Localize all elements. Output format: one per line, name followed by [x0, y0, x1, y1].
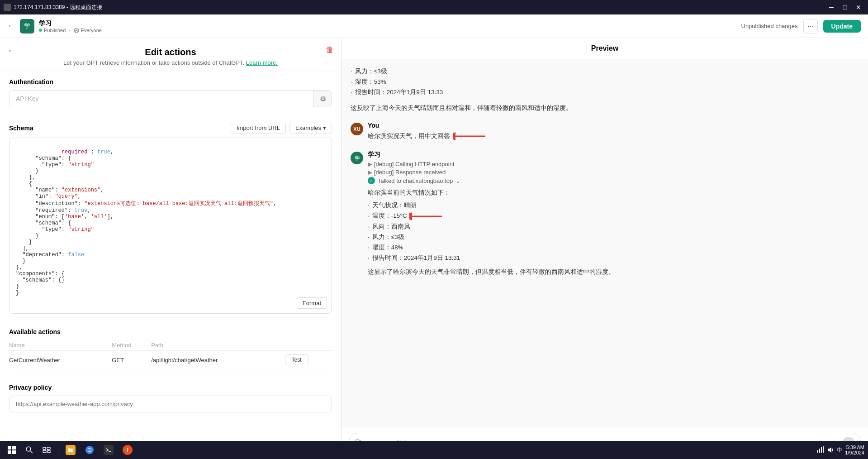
- svg-rect-19: [817, 450, 818, 453]
- red-arrow-icon: [409, 211, 446, 222]
- red-arrow-icon: [453, 131, 489, 142]
- auth-input-row: ⚙: [9, 90, 332, 107]
- gear-button[interactable]: ⚙: [313, 91, 332, 107]
- close-button[interactable]: ✕: [853, 3, 864, 12]
- title-bar-icon: [4, 4, 11, 11]
- file-explorer-icon: [66, 445, 76, 455]
- svg-rect-7: [8, 450, 11, 454]
- svg-point-17: [88, 449, 91, 451]
- privacy-policy-section: Privacy policy: [0, 377, 341, 420]
- chrome-button[interactable]: [81, 443, 98, 457]
- col-name-header: Name: [9, 340, 112, 351]
- schema-section: Schema Import from URL Examples ▾ requir…: [0, 115, 341, 321]
- app-header: ← 学 学习 Published · Everyone Unpublished …: [0, 14, 868, 38]
- col-method-header: Method: [112, 340, 151, 351]
- edit-back-button[interactable]: ←: [7, 45, 16, 56]
- svg-line-10: [30, 451, 33, 453]
- svg-rect-11: [43, 447, 46, 449]
- list-item: ·报告时间：2024年1月9日 13:31: [368, 253, 615, 263]
- user-text: 哈尔滨实况天气，用中文回答: [368, 132, 450, 140]
- action-path: /api/light/chat/getWeather: [151, 351, 285, 369]
- context-summary: 这反映了上海今天的天气晴朗而且相对温和，伴随着轻微的南风和适中的湿度。: [351, 103, 859, 113]
- title-bar: 172.174.171.83:3389 - 远程桌面连接 ─ □ ✕: [0, 0, 868, 14]
- taskbar-separator: [58, 445, 58, 455]
- preview-content[interactable]: ·风力：≤3级 ·湿度：53% ·报告时间：2024年1月9日 13:33 这反…: [342, 59, 868, 427]
- taskbar-time: 5:39 AM 1/9/2024: [845, 445, 864, 455]
- auth-input[interactable]: [9, 91, 313, 107]
- delete-button[interactable]: 🗑: [326, 45, 334, 55]
- gpt-meta: Published · Everyone: [39, 28, 102, 33]
- schema-header: Schema Import from URL Examples ▾: [9, 122, 332, 134]
- unpublished-label: Unpublished changes: [741, 23, 798, 29]
- browser-button[interactable]: f: [119, 443, 136, 457]
- lang-indicator: 中: [837, 446, 842, 454]
- test-button[interactable]: Test: [285, 354, 308, 365]
- edit-actions-desc: Let your GPT retrieve information or tak…: [9, 59, 332, 66]
- chat-context-text: ·风力：≤3级 ·湿度：53% ·报告时间：2024年1月9日 13:33: [351, 67, 859, 98]
- back-button[interactable]: ←: [7, 21, 15, 31]
- user-content: You 哈尔滨实况天气，用中文回答: [368, 122, 489, 142]
- taskbar-right: 中 5:39 AM 1/9/2024: [817, 445, 864, 455]
- assistant-bullets: ·天气状况：晴朗 ·温度：-15°C: [368, 201, 615, 263]
- list-item: ·风力：≤3级: [351, 67, 859, 77]
- list-item: ·湿度：53%: [351, 77, 859, 87]
- browser-icon: f: [123, 445, 133, 455]
- search-taskbar-button[interactable]: [22, 444, 37, 456]
- assistant-row: 学 学习 ▶ [debug] Calling HTTP endpoint ▶ […: [351, 151, 859, 277]
- svg-rect-8: [12, 450, 16, 454]
- authentication-section: Authentication ⚙: [0, 71, 341, 115]
- format-button[interactable]: Format: [297, 297, 327, 309]
- time-display: 5:39 AM: [845, 445, 864, 450]
- more-button[interactable]: ···: [803, 19, 818, 33]
- examples-button[interactable]: Examples ▾: [289, 122, 332, 134]
- col-path-header: Path: [151, 340, 285, 351]
- svg-rect-13: [43, 450, 46, 453]
- main-layout: ← Edit actions Let your GPT retrieve inf…: [0, 38, 868, 459]
- volume-icon: [827, 446, 834, 454]
- start-button[interactable]: [4, 444, 20, 456]
- user-message: XU You 哈尔滨实况天气，用中文回答: [351, 122, 859, 142]
- assistant-content: 学习 ▶ [debug] Calling HTTP endpoint ▶ [de…: [368, 151, 615, 277]
- authentication-title: Authentication: [9, 78, 332, 86]
- chrome-icon: [85, 445, 95, 455]
- privacy-input[interactable]: [9, 396, 332, 412]
- available-actions-title: Available actions: [9, 328, 332, 335]
- taskbar-system-icons: 中: [817, 446, 842, 454]
- search-icon: [25, 446, 33, 454]
- windows-icon: [7, 445, 16, 454]
- expand-icon[interactable]: ⌄: [455, 177, 460, 184]
- terminal-icon: [104, 445, 114, 455]
- left-panel: ← Edit actions Let your GPT retrieve inf…: [0, 38, 342, 459]
- update-button[interactable]: Update: [823, 20, 861, 33]
- minimize-button[interactable]: ─: [825, 3, 837, 12]
- taskview-button[interactable]: [39, 445, 54, 455]
- debug-arrow-icon: ▶: [368, 161, 372, 167]
- assistant-message: 学 学习 ▶ [debug] Calling HTTP endpoint ▶ […: [351, 151, 859, 277]
- import-url-button[interactable]: Import from URL: [231, 122, 286, 134]
- cmd-icon: [105, 447, 112, 453]
- app-header-right: Unpublished changes ··· Update: [741, 19, 861, 33]
- gpt-info: 学习 Published · Everyone: [39, 19, 102, 33]
- action-method: GET: [112, 351, 151, 369]
- edit-actions-title: Edit actions: [9, 47, 332, 57]
- network-icon: [817, 446, 824, 454]
- user-avatar: XU: [351, 123, 363, 135]
- svg-rect-21: [821, 447, 822, 453]
- list-item: ·温度：-15°C: [368, 211, 407, 221]
- assistant-summary: 这显示了哈尔滨今天的天气非常晴朗，但温度相当低，伴有轻微的西南风和适中的湿度。: [368, 267, 615, 277]
- table-row: GetCurrentWeather GET /api/light/chat/ge…: [9, 351, 332, 369]
- everyone-label: Everyone: [81, 28, 102, 33]
- code-editor[interactable]: required : true, "schema": { "type": "st…: [9, 138, 332, 314]
- learn-more-link[interactable]: Learn more.: [246, 59, 278, 66]
- list-item: ·湿度：48%: [368, 243, 615, 253]
- privacy-policy-title: Privacy policy: [9, 384, 332, 391]
- maximize-button[interactable]: □: [839, 3, 851, 12]
- svg-rect-6: [12, 446, 16, 449]
- terminal-button[interactable]: [100, 443, 117, 457]
- svg-rect-12: [47, 447, 50, 449]
- action-name: GetCurrentWeather: [9, 351, 112, 369]
- svg-rect-22: [823, 446, 824, 453]
- user-row: XU You 哈尔滨实况天气，用中文回答: [351, 122, 489, 142]
- file-explorer-button[interactable]: [62, 443, 79, 457]
- actions-table: Name Method Path GetCurrentWeather GET /…: [9, 340, 332, 369]
